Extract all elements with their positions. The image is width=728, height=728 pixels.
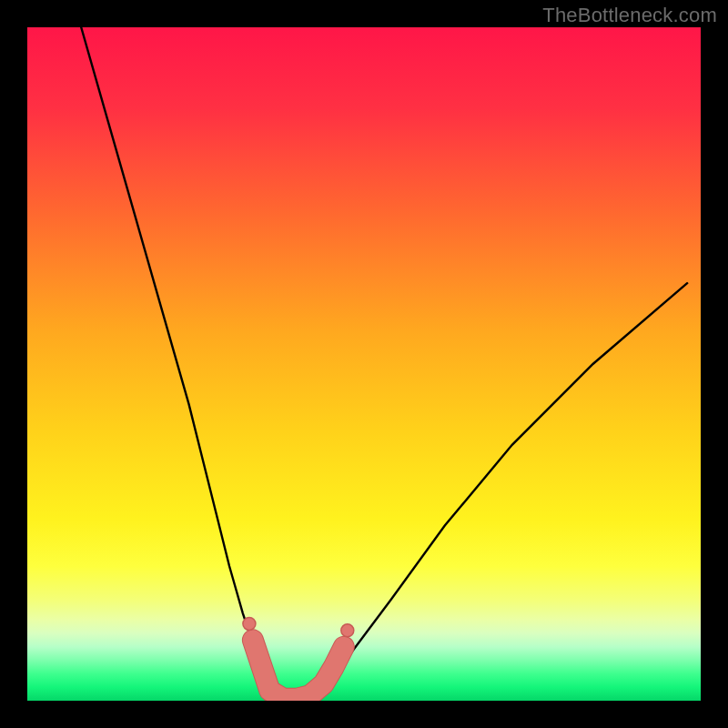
bottleneck-curve: [81, 27, 687, 701]
svg-point-2: [341, 624, 354, 637]
plot-area: [27, 27, 701, 701]
chart-svg: [27, 27, 701, 701]
svg-point-1: [243, 617, 256, 630]
frame: TheBottleneck.com: [0, 0, 728, 728]
watermark-text: TheBottleneck.com: [542, 4, 717, 27]
